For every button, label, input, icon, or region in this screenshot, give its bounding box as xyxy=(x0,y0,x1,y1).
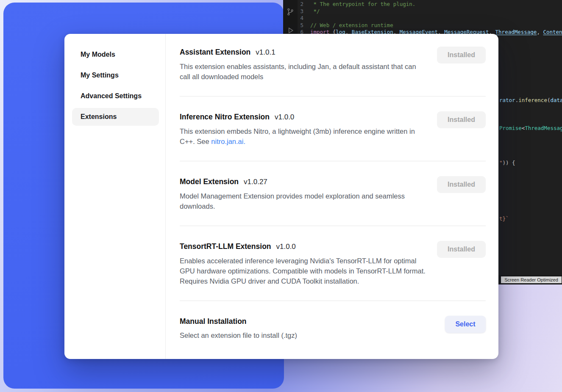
installed-button[interactable]: Installed xyxy=(437,176,486,193)
screen-reader-optimized-badge[interactable]: Screen Reader Optimized xyxy=(501,276,562,283)
description-text: Model Management Extension provides mode… xyxy=(180,192,405,210)
extension-description: This extension enables assistants, inclu… xyxy=(180,61,428,82)
extension-row: Assistant Extensionv1.0.1This extension … xyxy=(180,34,486,96)
installed-button[interactable]: Installed xyxy=(437,47,486,63)
description-text: Select an extension file to install (.tg… xyxy=(180,331,297,339)
code-text: // Web / extension runtime xyxy=(310,22,393,29)
code-fragment: ")) { xyxy=(499,160,515,166)
code-area: 2 * The entrypoint for the plugin.3 */45… xyxy=(298,1,562,36)
settings-sidebar: My ModelsMy SettingsAdvanced SettingsExt… xyxy=(64,34,166,359)
page-background: 2 * The entrypoint for the plugin.3 */45… xyxy=(0,0,562,392)
extension-version: v1.0.1 xyxy=(256,48,275,56)
line-number: 4 xyxy=(298,15,310,22)
settings-modal: My ModelsMy SettingsAdvanced SettingsExt… xyxy=(64,34,498,359)
code-fragment: rator.inference(data)); xyxy=(499,98,562,103)
extension-row: Manual InstallationSelect an extension f… xyxy=(180,301,486,355)
extension-link[interactable]: nitro.jan.ai. xyxy=(211,138,245,145)
extension-list: Assistant Extensionv1.0.1This extension … xyxy=(166,34,498,359)
extension-title: Model Extensionv1.0.27 xyxy=(180,176,428,188)
extension-row: TensortRT-LLM Extensionv1.0.0Enables acc… xyxy=(180,226,486,301)
extension-info: Inference Nitro Extensionv1.0.0This exte… xyxy=(180,111,428,146)
extension-title: Manual Installation xyxy=(180,316,297,327)
line-number: 2 xyxy=(298,1,310,8)
code-line: 2 * The entrypoint for the plugin. xyxy=(298,1,562,8)
extension-version: v1.0.0 xyxy=(275,113,294,121)
extension-name: Inference Nitro Extension xyxy=(180,113,270,121)
extension-info: TensortRT-LLM Extensionv1.0.0Enables acc… xyxy=(180,241,428,286)
select-button[interactable]: Select xyxy=(445,316,486,333)
extension-name: TensortRT-LLM Extension xyxy=(180,242,271,251)
line-number: 5 xyxy=(298,22,310,29)
extension-info: Manual InstallationSelect an extension f… xyxy=(180,316,297,340)
extension-info: Model Extensionv1.0.27Model Management E… xyxy=(180,176,428,211)
extension-name: Model Extension xyxy=(180,177,239,186)
source-control-icon[interactable] xyxy=(286,8,295,16)
sidebar-item-extensions[interactable]: Extensions xyxy=(72,108,159,126)
extension-title: TensortRT-LLM Extensionv1.0.0 xyxy=(180,241,428,252)
extension-title: Assistant Extensionv1.0.1 xyxy=(180,47,428,58)
extension-row: Model Extensionv1.0.27Model Management E… xyxy=(180,161,486,226)
extension-info: Assistant Extensionv1.0.1This extension … xyxy=(180,47,428,82)
code-fragment: t}` xyxy=(499,216,509,221)
installed-button[interactable]: Installed xyxy=(437,241,486,258)
extension-name: Assistant Extension xyxy=(180,48,250,56)
run-debug-icon[interactable] xyxy=(286,26,295,35)
sidebar-item-advanced-settings[interactable]: Advanced Settings xyxy=(72,87,159,105)
extension-description: Select an extension file to install (.tg… xyxy=(180,330,297,340)
code-fragment: Promise<ThreadMessage= xyxy=(499,126,562,131)
extension-title: Inference Nitro Extensionv1.0.0 xyxy=(180,111,428,123)
code-text: */ xyxy=(310,8,320,15)
extension-description: Model Management Extension provides mode… xyxy=(180,191,428,211)
sidebar-item-my-models[interactable]: My Models xyxy=(72,46,159,63)
code-line: 5// Web / extension runtime xyxy=(298,22,562,29)
description-text: Enables accelerated inference leveraging… xyxy=(180,257,426,285)
code-line: 4 xyxy=(298,15,562,22)
extension-name: Manual Installation xyxy=(180,317,247,326)
description-text: This extension enables assistants, inclu… xyxy=(180,63,416,80)
extension-version: v1.0.0 xyxy=(276,243,296,251)
code-line: 3 */ xyxy=(298,8,562,15)
line-number: 3 xyxy=(298,8,310,15)
extension-description: This extension embeds Nitro, a lightweig… xyxy=(180,126,428,146)
extension-version: v1.0.27 xyxy=(244,178,267,186)
installed-button[interactable]: Installed xyxy=(437,111,486,128)
extension-description: Enables accelerated inference leveraging… xyxy=(180,256,428,286)
code-text: * The entrypoint for the plugin. xyxy=(310,1,415,8)
extension-row: Inference Nitro Extensionv1.0.0This exte… xyxy=(180,96,486,161)
sidebar-item-my-settings[interactable]: My Settings xyxy=(72,66,159,84)
